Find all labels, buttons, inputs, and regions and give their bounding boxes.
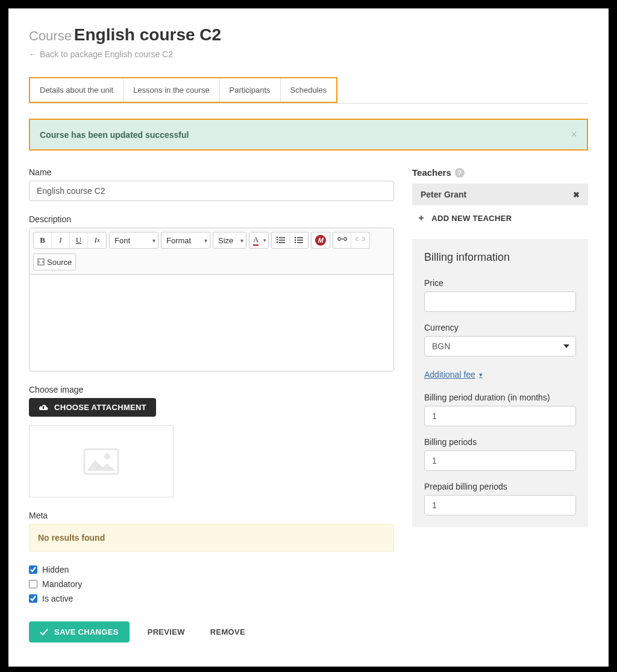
- page-title: English course C2: [74, 25, 221, 44]
- tab-lessons[interactable]: Lessons in the course: [124, 78, 219, 102]
- preview-button[interactable]: PREVIEW: [140, 621, 192, 642]
- tabs: Details about the unit Lessons in the co…: [29, 77, 337, 103]
- teacher-row: Peter Grant ✖: [412, 184, 588, 205]
- page-header: Course English course C2: [29, 25, 588, 45]
- active-label[interactable]: Is active: [42, 594, 73, 603]
- bulleted-list-icon[interactable]: [290, 232, 308, 248]
- hidden-label[interactable]: Hidden: [42, 565, 69, 574]
- additional-fee-label: Additional fee: [424, 370, 475, 379]
- image-icon: [83, 448, 119, 475]
- billing-title: Billing information: [424, 251, 576, 264]
- media-icon[interactable]: M: [312, 232, 330, 248]
- svg-point-5: [104, 453, 110, 459]
- plus-icon: ＋: [417, 213, 425, 223]
- additional-fee-toggle[interactable]: Additional fee: [424, 370, 483, 379]
- currency-select[interactable]: BGN: [424, 336, 576, 356]
- text-color-icon[interactable]: A: [249, 232, 268, 248]
- size-dropdown[interactable]: Size: [213, 232, 246, 248]
- billing-panel: Billing information Price Currency BGN A…: [412, 239, 588, 527]
- hidden-checkbox[interactable]: [29, 565, 37, 574]
- prepaid-label: Prepaid billing periods: [424, 482, 576, 491]
- course-edit-page: Course English course C2 Back to package…: [8, 8, 609, 667]
- remove-button[interactable]: REMOVE: [203, 621, 252, 642]
- back-link[interactable]: Back to package English course C2: [29, 49, 173, 59]
- save-label: SAVE CHANGES: [54, 627, 119, 636]
- link-icon[interactable]: [333, 232, 351, 248]
- teacher-name: Peter Grant: [421, 190, 466, 199]
- mandatory-checkbox[interactable]: [29, 580, 37, 588]
- cloud-upload-icon: [39, 404, 48, 411]
- remove-format-icon[interactable]: Ix: [88, 232, 106, 248]
- periods-label: Billing periods: [424, 437, 576, 447]
- check-icon: [40, 629, 48, 636]
- currency-label: Currency: [424, 323, 576, 332]
- add-teacher-button[interactable]: ＋ ADD NEW TEACHER: [412, 205, 588, 231]
- prepaid-input[interactable]: [424, 495, 576, 515]
- name-label: Name: [29, 167, 394, 177]
- choose-attachment-label: CHOOSE ATTACHMENT: [54, 403, 146, 412]
- price-label: Price: [424, 278, 576, 288]
- choose-image-label: Choose image: [29, 385, 394, 394]
- unlink-icon[interactable]: [351, 232, 369, 248]
- success-alert: Course has been updated successful ×: [29, 119, 588, 151]
- svg-point-0: [295, 237, 296, 238]
- italic-icon[interactable]: I: [52, 232, 70, 248]
- close-icon[interactable]: ×: [571, 128, 577, 141]
- source-button[interactable]: Source: [34, 254, 75, 270]
- numbered-list-icon[interactable]: [272, 232, 290, 248]
- tab-schedules[interactable]: Schedules: [281, 78, 337, 102]
- help-icon[interactable]: ?: [455, 168, 465, 178]
- source-label: Source: [47, 258, 72, 267]
- bold-icon[interactable]: B: [34, 232, 52, 248]
- svg-point-2: [295, 242, 296, 243]
- image-placeholder: [29, 425, 174, 497]
- price-input[interactable]: [424, 291, 576, 312]
- save-button[interactable]: SAVE CHANGES: [29, 621, 130, 642]
- format-dropdown[interactable]: Format: [161, 232, 210, 248]
- alert-text: Course has been updated successful: [40, 130, 189, 140]
- font-dropdown[interactable]: Font: [110, 232, 158, 248]
- no-results-box: No results found: [29, 524, 394, 552]
- tab-participants[interactable]: Participants: [220, 78, 281, 102]
- duration-input[interactable]: [424, 406, 576, 426]
- mandatory-label[interactable]: Mandatory: [42, 579, 82, 589]
- svg-point-1: [295, 240, 296, 241]
- meta-label: Meta: [29, 511, 394, 520]
- underline-icon[interactable]: U: [70, 232, 88, 248]
- tab-details[interactable]: Details about the unit: [30, 78, 124, 102]
- periods-input[interactable]: [424, 450, 576, 471]
- editor-body[interactable]: [30, 275, 393, 371]
- name-input[interactable]: [29, 181, 394, 201]
- teachers-label: Teachers: [412, 167, 451, 178]
- description-label: Description: [29, 214, 394, 224]
- add-teacher-label: ADD NEW TEACHER: [431, 214, 512, 223]
- choose-attachment-button[interactable]: CHOOSE ATTACHMENT: [29, 398, 156, 417]
- page-label: Course: [29, 28, 72, 43]
- rich-text-editor: B I U Ix Font Format Size: [29, 228, 394, 372]
- active-checkbox[interactable]: [29, 594, 37, 603]
- duration-label: Billing period duration (in months): [424, 393, 576, 402]
- arrow-left-icon: [29, 49, 37, 59]
- back-text: Back to package English course C2: [40, 49, 173, 59]
- remove-teacher-icon[interactable]: ✖: [573, 190, 580, 199]
